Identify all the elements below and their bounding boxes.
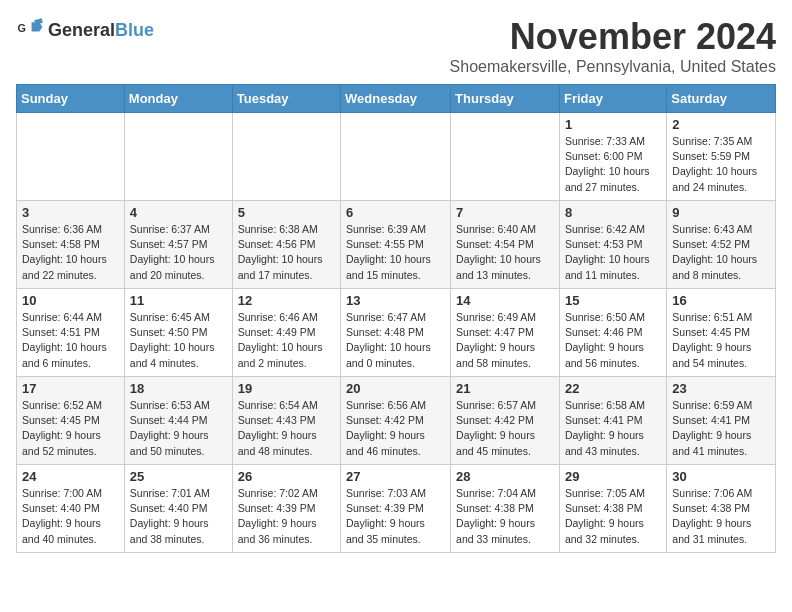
day-number: 3 bbox=[22, 205, 119, 220]
calendar-title-area: November 2024 Shoemakersville, Pennsylva… bbox=[450, 16, 776, 76]
day-number: 28 bbox=[456, 469, 554, 484]
day-number: 12 bbox=[238, 293, 335, 308]
calendar-cell: 16Sunrise: 6:51 AM Sunset: 4:45 PM Dayli… bbox=[667, 289, 776, 377]
month-title: November 2024 bbox=[450, 16, 776, 58]
calendar-cell: 5Sunrise: 6:38 AM Sunset: 4:56 PM Daylig… bbox=[232, 201, 340, 289]
logo-text: GeneralBlue bbox=[48, 20, 154, 41]
calendar-cell: 12Sunrise: 6:46 AM Sunset: 4:49 PM Dayli… bbox=[232, 289, 340, 377]
calendar-cell: 29Sunrise: 7:05 AM Sunset: 4:38 PM Dayli… bbox=[559, 465, 666, 553]
day-number: 24 bbox=[22, 469, 119, 484]
calendar-cell: 9Sunrise: 6:43 AM Sunset: 4:52 PM Daylig… bbox=[667, 201, 776, 289]
day-info: Sunrise: 6:58 AM Sunset: 4:41 PM Dayligh… bbox=[565, 398, 661, 459]
calendar-cell: 10Sunrise: 6:44 AM Sunset: 4:51 PM Dayli… bbox=[17, 289, 125, 377]
day-number: 20 bbox=[346, 381, 445, 396]
day-info: Sunrise: 6:37 AM Sunset: 4:57 PM Dayligh… bbox=[130, 222, 227, 283]
calendar-cell bbox=[232, 113, 340, 201]
day-info: Sunrise: 6:45 AM Sunset: 4:50 PM Dayligh… bbox=[130, 310, 227, 371]
day-number: 15 bbox=[565, 293, 661, 308]
calendar-cell: 15Sunrise: 6:50 AM Sunset: 4:46 PM Dayli… bbox=[559, 289, 666, 377]
day-info: Sunrise: 6:42 AM Sunset: 4:53 PM Dayligh… bbox=[565, 222, 661, 283]
day-info: Sunrise: 6:59 AM Sunset: 4:41 PM Dayligh… bbox=[672, 398, 770, 459]
calendar-cell: 4Sunrise: 6:37 AM Sunset: 4:57 PM Daylig… bbox=[124, 201, 232, 289]
calendar-cell: 20Sunrise: 6:56 AM Sunset: 4:42 PM Dayli… bbox=[341, 377, 451, 465]
week-row-3: 10Sunrise: 6:44 AM Sunset: 4:51 PM Dayli… bbox=[17, 289, 776, 377]
calendar-cell: 2Sunrise: 7:35 AM Sunset: 5:59 PM Daylig… bbox=[667, 113, 776, 201]
day-number: 23 bbox=[672, 381, 770, 396]
day-info: Sunrise: 7:02 AM Sunset: 4:39 PM Dayligh… bbox=[238, 486, 335, 547]
day-info: Sunrise: 6:44 AM Sunset: 4:51 PM Dayligh… bbox=[22, 310, 119, 371]
day-info: Sunrise: 6:56 AM Sunset: 4:42 PM Dayligh… bbox=[346, 398, 445, 459]
calendar-cell: 7Sunrise: 6:40 AM Sunset: 4:54 PM Daylig… bbox=[451, 201, 560, 289]
calendar-cell: 14Sunrise: 6:49 AM Sunset: 4:47 PM Dayli… bbox=[451, 289, 560, 377]
day-number: 10 bbox=[22, 293, 119, 308]
day-info: Sunrise: 7:04 AM Sunset: 4:38 PM Dayligh… bbox=[456, 486, 554, 547]
day-number: 2 bbox=[672, 117, 770, 132]
day-info: Sunrise: 6:54 AM Sunset: 4:43 PM Dayligh… bbox=[238, 398, 335, 459]
day-info: Sunrise: 6:39 AM Sunset: 4:55 PM Dayligh… bbox=[346, 222, 445, 283]
day-number: 19 bbox=[238, 381, 335, 396]
day-number: 27 bbox=[346, 469, 445, 484]
day-info: Sunrise: 6:51 AM Sunset: 4:45 PM Dayligh… bbox=[672, 310, 770, 371]
day-number: 22 bbox=[565, 381, 661, 396]
day-info: Sunrise: 6:53 AM Sunset: 4:44 PM Dayligh… bbox=[130, 398, 227, 459]
week-row-5: 24Sunrise: 7:00 AM Sunset: 4:40 PM Dayli… bbox=[17, 465, 776, 553]
day-number: 26 bbox=[238, 469, 335, 484]
logo: G GeneralBlue bbox=[16, 16, 154, 44]
day-number: 13 bbox=[346, 293, 445, 308]
day-info: Sunrise: 6:36 AM Sunset: 4:58 PM Dayligh… bbox=[22, 222, 119, 283]
calendar-cell: 24Sunrise: 7:00 AM Sunset: 4:40 PM Dayli… bbox=[17, 465, 125, 553]
col-header-tuesday: Tuesday bbox=[232, 85, 340, 113]
logo-icon: G bbox=[16, 16, 44, 44]
calendar-cell: 1Sunrise: 7:33 AM Sunset: 6:00 PM Daylig… bbox=[559, 113, 666, 201]
day-info: Sunrise: 6:38 AM Sunset: 4:56 PM Dayligh… bbox=[238, 222, 335, 283]
day-number: 17 bbox=[22, 381, 119, 396]
day-info: Sunrise: 6:47 AM Sunset: 4:48 PM Dayligh… bbox=[346, 310, 445, 371]
day-number: 16 bbox=[672, 293, 770, 308]
calendar-cell: 17Sunrise: 6:52 AM Sunset: 4:45 PM Dayli… bbox=[17, 377, 125, 465]
day-info: Sunrise: 6:40 AM Sunset: 4:54 PM Dayligh… bbox=[456, 222, 554, 283]
calendar-cell: 27Sunrise: 7:03 AM Sunset: 4:39 PM Dayli… bbox=[341, 465, 451, 553]
calendar-cell: 25Sunrise: 7:01 AM Sunset: 4:40 PM Dayli… bbox=[124, 465, 232, 553]
day-number: 25 bbox=[130, 469, 227, 484]
calendar-cell: 22Sunrise: 6:58 AM Sunset: 4:41 PM Dayli… bbox=[559, 377, 666, 465]
day-info: Sunrise: 6:49 AM Sunset: 4:47 PM Dayligh… bbox=[456, 310, 554, 371]
day-number: 21 bbox=[456, 381, 554, 396]
day-info: Sunrise: 7:01 AM Sunset: 4:40 PM Dayligh… bbox=[130, 486, 227, 547]
day-number: 1 bbox=[565, 117, 661, 132]
day-info: Sunrise: 6:50 AM Sunset: 4:46 PM Dayligh… bbox=[565, 310, 661, 371]
calendar-cell: 11Sunrise: 6:45 AM Sunset: 4:50 PM Dayli… bbox=[124, 289, 232, 377]
calendar-cell: 26Sunrise: 7:02 AM Sunset: 4:39 PM Dayli… bbox=[232, 465, 340, 553]
day-number: 6 bbox=[346, 205, 445, 220]
day-info: Sunrise: 7:05 AM Sunset: 4:38 PM Dayligh… bbox=[565, 486, 661, 547]
calendar-cell: 3Sunrise: 6:36 AM Sunset: 4:58 PM Daylig… bbox=[17, 201, 125, 289]
day-info: Sunrise: 6:46 AM Sunset: 4:49 PM Dayligh… bbox=[238, 310, 335, 371]
day-number: 30 bbox=[672, 469, 770, 484]
day-number: 8 bbox=[565, 205, 661, 220]
calendar-cell bbox=[451, 113, 560, 201]
calendar-cell: 6Sunrise: 6:39 AM Sunset: 4:55 PM Daylig… bbox=[341, 201, 451, 289]
calendar-cell: 21Sunrise: 6:57 AM Sunset: 4:42 PM Dayli… bbox=[451, 377, 560, 465]
calendar-cell bbox=[124, 113, 232, 201]
day-info: Sunrise: 6:57 AM Sunset: 4:42 PM Dayligh… bbox=[456, 398, 554, 459]
day-number: 9 bbox=[672, 205, 770, 220]
day-number: 7 bbox=[456, 205, 554, 220]
calendar-header-row: SundayMondayTuesdayWednesdayThursdayFrid… bbox=[17, 85, 776, 113]
location-title: Shoemakersville, Pennsylvania, United St… bbox=[450, 58, 776, 76]
day-info: Sunrise: 7:06 AM Sunset: 4:38 PM Dayligh… bbox=[672, 486, 770, 547]
calendar-cell: 13Sunrise: 6:47 AM Sunset: 4:48 PM Dayli… bbox=[341, 289, 451, 377]
day-number: 11 bbox=[130, 293, 227, 308]
day-info: Sunrise: 7:33 AM Sunset: 6:00 PM Dayligh… bbox=[565, 134, 661, 195]
week-row-1: 1Sunrise: 7:33 AM Sunset: 6:00 PM Daylig… bbox=[17, 113, 776, 201]
day-info: Sunrise: 7:03 AM Sunset: 4:39 PM Dayligh… bbox=[346, 486, 445, 547]
day-number: 29 bbox=[565, 469, 661, 484]
day-number: 18 bbox=[130, 381, 227, 396]
svg-text:G: G bbox=[18, 22, 26, 34]
week-row-2: 3Sunrise: 6:36 AM Sunset: 4:58 PM Daylig… bbox=[17, 201, 776, 289]
day-info: Sunrise: 6:43 AM Sunset: 4:52 PM Dayligh… bbox=[672, 222, 770, 283]
col-header-sunday: Sunday bbox=[17, 85, 125, 113]
col-header-wednesday: Wednesday bbox=[341, 85, 451, 113]
page-header: G GeneralBlue November 2024 Shoemakersvi… bbox=[16, 16, 776, 76]
day-info: Sunrise: 6:52 AM Sunset: 4:45 PM Dayligh… bbox=[22, 398, 119, 459]
calendar-cell: 8Sunrise: 6:42 AM Sunset: 4:53 PM Daylig… bbox=[559, 201, 666, 289]
calendar-cell: 28Sunrise: 7:04 AM Sunset: 4:38 PM Dayli… bbox=[451, 465, 560, 553]
